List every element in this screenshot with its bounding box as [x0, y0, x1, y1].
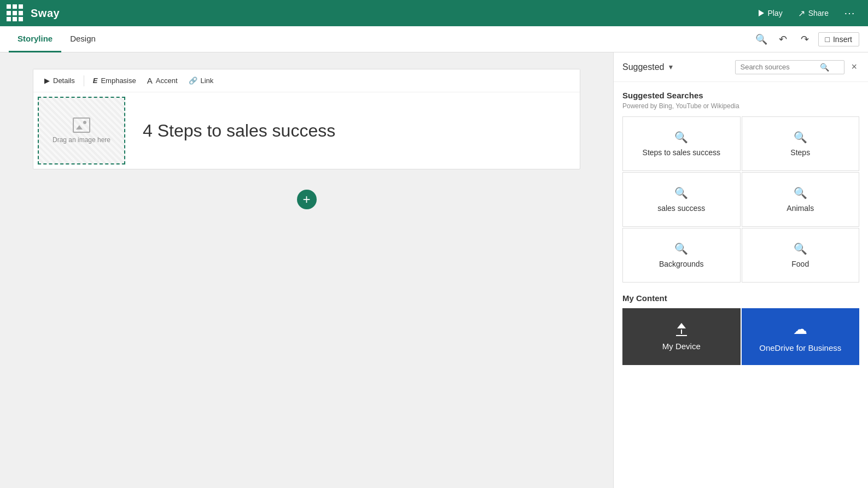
insert-button[interactable]: □ Insert	[818, 32, 859, 46]
suggestions-grid: 🔍 Steps to sales success 🔍 Steps 🔍 sales…	[622, 116, 859, 283]
suggestion-tile-sales-success[interactable]: 🔍 sales success	[622, 172, 741, 227]
my-device-tile[interactable]: My Device	[622, 308, 741, 365]
my-content-title: My Content	[622, 293, 859, 303]
panel-header: Suggested ▼ 🔍 ×	[614, 52, 868, 82]
suggestion-label: Steps	[790, 148, 810, 157]
image-icon	[73, 117, 90, 133]
emphasise-button[interactable]: E Emphasise	[89, 74, 141, 87]
chevron-down-icon: ▼	[668, 63, 674, 71]
cloud-icon: ☁	[793, 321, 807, 338]
card-text-area[interactable]: 4 Steps to sales success	[130, 92, 580, 169]
image-drop-zone[interactable]: Drag an image here	[38, 97, 125, 164]
onedrive-business-tile[interactable]: ☁ OneDrive for Business	[742, 308, 860, 365]
suggested-dropdown-button[interactable]: Suggested ▼	[622, 62, 674, 72]
suggestion-tile-food[interactable]: 🔍 Food	[742, 228, 860, 283]
search-icon: 🔍	[674, 186, 688, 199]
my-device-label: My Device	[662, 342, 701, 351]
my-content-section: My Content My Device ☁ OneDrive for Busi…	[614, 291, 868, 374]
undo-icon: ↶	[779, 33, 787, 45]
search-button[interactable]: 🔍	[753, 31, 770, 48]
accent-button[interactable]: A Accent	[143, 74, 182, 87]
insert-icon: □	[825, 35, 830, 44]
panel-close-button[interactable]: ×	[849, 59, 859, 75]
toolbar-separator	[84, 75, 84, 86]
suggestion-tile-steps-to-sales-success[interactable]: 🔍 Steps to sales success	[622, 116, 741, 171]
play-icon	[759, 10, 764, 16]
play-button[interactable]: Play	[753, 7, 788, 20]
share-button[interactable]: ↗ Share	[793, 6, 834, 21]
device-icon	[676, 323, 687, 336]
topbar: Sway Play ↗ Share ⋯	[0, 0, 868, 26]
upload-arrow-icon	[677, 323, 686, 328]
emphasise-icon: E	[93, 77, 98, 85]
section-subtitle: Powered by Bing, YouTube or Wikipedia	[622, 102, 859, 110]
apps-grid-icon[interactable]	[7, 4, 24, 22]
link-button[interactable]: 🔗 Link	[184, 74, 218, 87]
main-layout: ▶ Details E Emphasise A Accent 🔗 Link	[0, 52, 868, 488]
more-icon: ⋯	[844, 7, 856, 20]
suggested-searches-section: Suggested Searches Powered by Bing, YouT…	[614, 82, 868, 291]
close-icon: ×	[851, 61, 857, 72]
link-icon: 🔗	[189, 77, 197, 85]
card-toolbar: ▶ Details E Emphasise A Accent 🔗 Link	[33, 69, 580, 92]
content-card: ▶ Details E Emphasise A Accent 🔗 Link	[33, 69, 580, 169]
suggestion-label: Animals	[787, 204, 814, 213]
suggestion-label: Backgrounds	[659, 260, 704, 268]
suggestion-tile-backgrounds[interactable]: 🔍 Backgrounds	[622, 228, 741, 283]
suggestion-label: Steps to sales success	[643, 148, 720, 157]
share-icon: ↗	[798, 8, 805, 19]
navbar: Storyline Design 🔍 ↶ ↷ □ Insert	[0, 26, 868, 52]
redo-icon: ↷	[801, 33, 809, 45]
app-title: Sway	[31, 7, 60, 20]
onedrive-label: OneDrive for Business	[759, 343, 841, 352]
search-input[interactable]	[740, 63, 817, 71]
search-icon: 🔍	[794, 242, 807, 255]
canvas-area[interactable]: ▶ Details E Emphasise A Accent 🔗 Link	[0, 52, 613, 488]
search-icon: 🔍	[674, 131, 688, 144]
tab-design[interactable]: Design	[61, 26, 104, 52]
suggestion-tile-steps[interactable]: 🔍 Steps	[742, 116, 860, 171]
search-icon: 🔍	[794, 131, 807, 144]
suggestion-tile-animals[interactable]: 🔍 Animals	[742, 172, 860, 227]
search-icon: 🔍	[674, 242, 688, 255]
search-icon: 🔍	[820, 63, 829, 72]
suggestion-label: sales success	[657, 204, 705, 213]
search-icon: 🔍	[755, 33, 767, 45]
suggestion-label: Food	[791, 260, 809, 268]
search-box[interactable]: 🔍	[735, 60, 844, 74]
tab-storyline[interactable]: Storyline	[9, 26, 61, 52]
section-title: Suggested Searches	[622, 91, 859, 100]
details-button[interactable]: ▶ Details	[40, 74, 79, 87]
content-tiles-grid: My Device ☁ OneDrive for Business	[622, 308, 859, 365]
redo-button[interactable]: ↷	[796, 31, 814, 48]
accent-icon: A	[147, 76, 153, 85]
card-body: Drag an image here 4 Steps to sales succ…	[33, 92, 580, 169]
details-chevron-icon: ▶	[44, 77, 50, 85]
search-icon: 🔍	[794, 186, 807, 199]
drag-image-label: Drag an image here	[53, 136, 110, 144]
right-panel: Suggested ▼ 🔍 × Suggested Searches Power…	[613, 52, 868, 488]
add-content-wrapper: +	[0, 185, 613, 209]
add-content-button[interactable]: +	[297, 190, 317, 209]
undo-button[interactable]: ↶	[774, 31, 792, 48]
card-heading[interactable]: 4 Steps to sales success	[143, 121, 335, 141]
more-button[interactable]: ⋯	[838, 4, 861, 22]
topbar-actions: Play ↗ Share ⋯	[753, 4, 861, 22]
plus-icon: +	[302, 192, 310, 207]
